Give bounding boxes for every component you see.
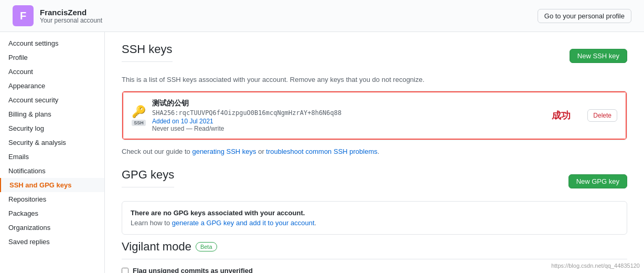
gpg-section-header: GPG keys New GPG key (122, 168, 627, 195)
ssh-section-header: SSH keys New SSH key (122, 43, 627, 69)
sidebar-item-ssh-gpg[interactable]: SSH and GPG keys (0, 178, 104, 192)
username: FrancisZend (40, 8, 102, 17)
user-info: F FrancisZend Your personal account (13, 5, 102, 26)
vigilant-checkbox-label: Flag unsigned commits as unverified (133, 267, 412, 273)
unsigned-commits-checkbox[interactable] (122, 268, 128, 273)
gpg-learn-text: Learn how to generate a GPG key and add … (131, 219, 618, 227)
learn-prefix: Learn how to (131, 219, 172, 227)
guide-middle: or (256, 148, 266, 155)
sidebar-item-security-log[interactable]: Security log (0, 121, 104, 135)
learn-end: . (315, 219, 317, 227)
key-details: 测试的公钥 SHA256:rqcTUUVPQ6f4OizpguO0B16mcqN… (152, 99, 535, 132)
ssh-badge: SSH (132, 120, 146, 126)
guide-prefix: Check out our guide to (122, 148, 192, 155)
sidebar-item-packages[interactable]: Packages (0, 206, 104, 220)
vigilant-checkbox-content: Flag unsigned commits as unverified This… (133, 267, 412, 273)
ssh-key-list: 🔑 SSH 测试的公钥 SHA256:rqcTUUVPQ6f4OizpguO0B… (122, 91, 627, 140)
watermark: https://blog.csdn.net/qq_44835120 (551, 262, 640, 269)
user-subtitle: Your personal account (40, 17, 102, 24)
sidebar-item-emails[interactable]: Emails (0, 150, 104, 164)
user-text: FrancisZend Your personal account (40, 8, 102, 24)
content-area: Account settings Profile Account Appeara… (0, 32, 644, 273)
delete-key-button[interactable]: Delete (587, 109, 617, 122)
troubleshoot-ssh-link[interactable]: troubleshoot common SSH problems (266, 148, 377, 155)
sidebar-item-organizations[interactable]: Organizations (0, 220, 104, 235)
sidebar: Account settings Profile Account Appeara… (0, 32, 105, 273)
ssh-section-desc: This is a list of SSH keys associated wi… (122, 76, 627, 83)
generating-ssh-keys-link[interactable]: generating SSH keys (192, 148, 256, 155)
generate-gpg-link[interactable]: generate a GPG key and add it to your ac… (172, 219, 315, 227)
sidebar-item-saved-replies[interactable]: Saved replies (0, 235, 104, 249)
gpg-section-title: GPG keys (122, 168, 174, 187)
sidebar-item-billing[interactable]: Billing & plans (0, 107, 104, 121)
sidebar-item-account-security[interactable]: Account security (0, 93, 104, 107)
ssh-key-item: 🔑 SSH 测试的公钥 SHA256:rqcTUUVPQ6f4OizpguO0B… (122, 91, 627, 140)
sidebar-item-appearance[interactable]: Appearance (0, 79, 104, 93)
vigilant-section-header: Vigilant mode Beta (122, 240, 627, 259)
vigilant-title-text: Vigilant mode (122, 240, 191, 254)
gpg-empty-text: There are no GPG keys associated with yo… (131, 209, 618, 217)
gpg-empty-section: There are no GPG keys associated with yo… (122, 201, 627, 235)
ssh-guide-text: Check out our guide to generating SSH ke… (122, 148, 627, 155)
key-icon-wrap: 🔑 SSH (132, 105, 146, 126)
key-icon: 🔑 (132, 105, 146, 119)
key-hash: SHA256:rqcTUUVPQ6f4OizpguO0B16mcqNgmHzrA… (152, 109, 535, 117)
sidebar-item-profile[interactable]: Profile (0, 50, 104, 65)
avatar: F (13, 5, 34, 26)
sidebar-item-account[interactable]: Account (0, 65, 104, 79)
guide-end: . (378, 148, 380, 155)
page-layout: F FrancisZend Your personal account Go t… (0, 0, 644, 273)
profile-button[interactable]: Go to your personal profile (538, 9, 631, 23)
sidebar-item-account-settings[interactable]: Account settings (0, 36, 104, 50)
success-label: 成功 (552, 109, 571, 122)
main-content: SSH keys New SSH key This is a list of S… (105, 32, 644, 273)
beta-badge: Beta (196, 242, 217, 251)
top-bar: F FrancisZend Your personal account Go t… (0, 0, 644, 32)
new-ssh-key-button[interactable]: New SSH key (570, 49, 627, 63)
sidebar-item-repositories[interactable]: Repositories (0, 192, 104, 206)
ssh-section-title: SSH keys (122, 43, 173, 62)
key-meta: Added on 10 Jul 2021 (152, 118, 535, 125)
avatar-letter: F (20, 10, 26, 22)
key-name: 测试的公钥 (152, 99, 535, 108)
key-added: Added on 10 Jul 2021 (152, 118, 213, 125)
new-gpg-key-button[interactable]: New GPG key (568, 174, 627, 188)
key-usage: Never used — Read/write (152, 125, 535, 132)
sidebar-item-notifications[interactable]: Notifications (0, 164, 104, 178)
sidebar-item-security-analysis[interactable]: Security & analysis (0, 135, 104, 150)
